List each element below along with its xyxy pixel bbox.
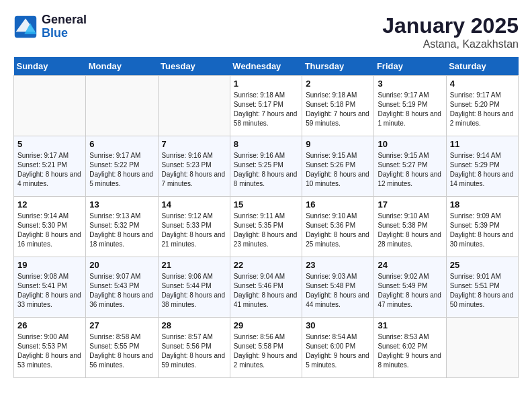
day-info: Sunrise: 8:58 AMSunset: 5:55 PMDaylight:… (89, 332, 154, 370)
day-cell: 13Sunrise: 9:13 AMSunset: 5:32 PMDayligh… (86, 197, 158, 257)
day-info: Sunrise: 9:04 AMSunset: 5:46 PMDaylight:… (234, 272, 298, 310)
day-number: 6 (89, 139, 154, 149)
day-info: Sunrise: 9:06 AMSunset: 5:44 PMDaylight:… (162, 272, 226, 310)
weekday-header-friday: Friday (374, 57, 446, 76)
day-number: 10 (378, 139, 442, 149)
day-number: 3 (378, 79, 442, 89)
weekday-header-thursday: Thursday (302, 57, 374, 76)
day-cell: 4Sunrise: 9:17 AMSunset: 5:20 PMDaylight… (446, 76, 518, 136)
day-number: 14 (162, 199, 226, 210)
day-cell: 1Sunrise: 9:18 AMSunset: 5:17 PMDaylight… (230, 76, 302, 136)
week-row-3: 12Sunrise: 9:14 AMSunset: 5:30 PMDayligh… (14, 197, 519, 257)
day-info: Sunrise: 9:17 AMSunset: 5:19 PMDaylight:… (378, 91, 442, 128)
day-cell: 8Sunrise: 9:16 AMSunset: 5:25 PMDaylight… (230, 136, 302, 197)
week-row-5: 26Sunrise: 9:00 AMSunset: 5:53 PMDayligh… (14, 318, 519, 378)
month-title: January 2025 (382, 13, 519, 38)
day-info: Sunrise: 9:16 AMSunset: 5:25 PMDaylight:… (234, 151, 298, 189)
day-number: 2 (306, 79, 370, 89)
day-info: Sunrise: 9:13 AMSunset: 5:32 PMDaylight:… (89, 212, 154, 249)
title-area: January 2025 Astana, Kazakhstan (382, 13, 519, 50)
day-info: Sunrise: 9:14 AMSunset: 5:30 PMDaylight:… (17, 212, 82, 249)
day-cell: 19Sunrise: 9:08 AMSunset: 5:41 PMDayligh… (14, 257, 86, 318)
day-cell: 24Sunrise: 9:02 AMSunset: 5:49 PMDayligh… (374, 257, 446, 318)
day-cell: 29Sunrise: 8:56 AMSunset: 5:58 PMDayligh… (230, 318, 302, 378)
day-cell: 25Sunrise: 9:01 AMSunset: 5:51 PMDayligh… (446, 257, 518, 318)
location-subtitle: Astana, Kazakhstan (382, 38, 519, 50)
day-cell (14, 76, 86, 136)
day-number: 28 (162, 320, 226, 330)
day-cell (86, 76, 158, 136)
day-cell: 28Sunrise: 8:57 AMSunset: 5:56 PMDayligh… (158, 318, 230, 378)
day-number: 18 (450, 199, 515, 210)
day-cell: 15Sunrise: 9:11 AMSunset: 5:35 PMDayligh… (230, 197, 302, 257)
week-row-1: 1Sunrise: 9:18 AMSunset: 5:17 PMDaylight… (14, 76, 519, 136)
day-cell: 2Sunrise: 9:18 AMSunset: 5:18 PMDaylight… (302, 76, 374, 136)
day-info: Sunrise: 8:54 AMSunset: 6:00 PMDaylight:… (306, 332, 370, 370)
day-cell: 21Sunrise: 9:06 AMSunset: 5:44 PMDayligh… (158, 257, 230, 318)
day-number: 1 (234, 79, 298, 89)
day-number: 17 (378, 199, 442, 210)
day-info: Sunrise: 9:03 AMSunset: 5:48 PMDaylight:… (306, 272, 370, 310)
day-number: 15 (234, 199, 298, 210)
day-info: Sunrise: 9:12 AMSunset: 5:33 PMDaylight:… (162, 212, 226, 249)
day-number: 20 (89, 260, 154, 270)
logo-line2: Blue (42, 27, 87, 40)
day-info: Sunrise: 9:00 AMSunset: 5:53 PMDaylight:… (17, 332, 82, 370)
day-number: 22 (234, 260, 298, 270)
day-number: 27 (89, 320, 154, 330)
day-number: 19 (17, 260, 82, 270)
day-cell: 9Sunrise: 9:15 AMSunset: 5:26 PMDaylight… (302, 136, 374, 197)
day-cell: 23Sunrise: 9:03 AMSunset: 5:48 PMDayligh… (302, 257, 374, 318)
day-info: Sunrise: 9:18 AMSunset: 5:17 PMDaylight:… (234, 91, 298, 128)
day-cell: 31Sunrise: 8:53 AMSunset: 6:02 PMDayligh… (374, 318, 446, 378)
day-cell: 16Sunrise: 9:10 AMSunset: 5:36 PMDayligh… (302, 197, 374, 257)
day-number: 24 (378, 260, 442, 270)
day-cell (158, 76, 230, 136)
day-info: Sunrise: 9:15 AMSunset: 5:27 PMDaylight:… (378, 151, 442, 189)
weekday-header-saturday: Saturday (446, 57, 518, 76)
day-number: 23 (306, 260, 370, 270)
day-cell: 30Sunrise: 8:54 AMSunset: 6:00 PMDayligh… (302, 318, 374, 378)
logo-text: General Blue (42, 13, 87, 40)
weekday-header-sunday: Sunday (14, 57, 86, 76)
day-info: Sunrise: 9:01 AMSunset: 5:51 PMDaylight:… (450, 272, 515, 310)
day-info: Sunrise: 8:56 AMSunset: 5:58 PMDaylight:… (234, 332, 298, 370)
logo: General Blue (13, 13, 87, 40)
logo-line1: General (42, 13, 87, 27)
day-number: 16 (306, 199, 370, 210)
day-info: Sunrise: 9:17 AMSunset: 5:21 PMDaylight:… (17, 151, 82, 189)
day-number: 8 (234, 139, 298, 149)
day-number: 29 (234, 320, 298, 330)
day-cell: 20Sunrise: 9:07 AMSunset: 5:43 PMDayligh… (86, 257, 158, 318)
day-cell: 18Sunrise: 9:09 AMSunset: 5:39 PMDayligh… (446, 197, 518, 257)
day-number: 5 (17, 139, 82, 149)
day-number: 31 (378, 320, 442, 330)
day-cell: 3Sunrise: 9:17 AMSunset: 5:19 PMDaylight… (374, 76, 446, 136)
weekday-header-row: SundayMondayTuesdayWednesdayThursdayFrid… (14, 57, 519, 76)
day-cell: 27Sunrise: 8:58 AMSunset: 5:55 PMDayligh… (86, 318, 158, 378)
weekday-header-monday: Monday (86, 57, 158, 76)
day-cell: 6Sunrise: 9:17 AMSunset: 5:22 PMDaylight… (86, 136, 158, 197)
day-number: 30 (306, 320, 370, 330)
weekday-header-tuesday: Tuesday (158, 57, 230, 76)
day-info: Sunrise: 9:15 AMSunset: 5:26 PMDaylight:… (306, 151, 370, 189)
header: General Blue January 2025 Astana, Kazakh… (13, 13, 519, 50)
day-number: 4 (450, 79, 515, 89)
day-info: Sunrise: 9:10 AMSunset: 5:38 PMDaylight:… (378, 212, 442, 249)
day-number: 13 (89, 199, 154, 210)
day-info: Sunrise: 9:07 AMSunset: 5:43 PMDaylight:… (89, 272, 154, 310)
day-cell: 5Sunrise: 9:17 AMSunset: 5:21 PMDaylight… (14, 136, 86, 197)
day-cell: 26Sunrise: 9:00 AMSunset: 5:53 PMDayligh… (14, 318, 86, 378)
day-number: 25 (450, 260, 515, 270)
day-info: Sunrise: 9:16 AMSunset: 5:23 PMDaylight:… (162, 151, 226, 189)
day-cell: 11Sunrise: 9:14 AMSunset: 5:29 PMDayligh… (446, 136, 518, 197)
day-cell: 17Sunrise: 9:10 AMSunset: 5:38 PMDayligh… (374, 197, 446, 257)
day-info: Sunrise: 8:57 AMSunset: 5:56 PMDaylight:… (162, 332, 226, 370)
logo-icon (13, 15, 38, 39)
day-info: Sunrise: 9:14 AMSunset: 5:29 PMDaylight:… (450, 151, 515, 189)
day-info: Sunrise: 9:08 AMSunset: 5:41 PMDaylight:… (17, 272, 82, 310)
day-cell (446, 318, 518, 378)
day-number: 7 (162, 139, 226, 149)
day-number: 9 (306, 139, 370, 149)
day-info: Sunrise: 9:17 AMSunset: 5:20 PMDaylight:… (450, 91, 515, 128)
